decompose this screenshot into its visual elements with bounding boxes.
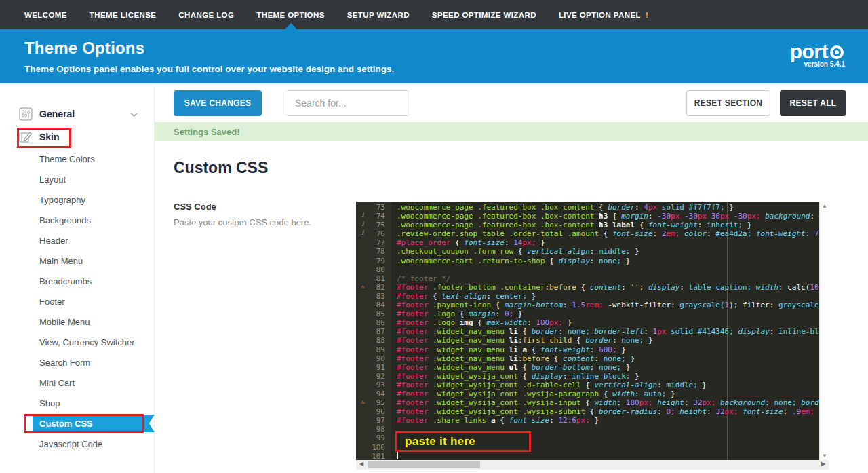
- sliders-icon: [19, 107, 34, 121]
- code-line-75: .woocommerce-page .featured-box .box-con…: [391, 221, 819, 229]
- nav-item-theme-license[interactable]: THEME LICENSE: [90, 0, 157, 29]
- sidebar-item-label: Footer: [39, 297, 65, 307]
- sidebar-item-theme-colors[interactable]: Theme Colors: [0, 149, 154, 169]
- sidebar: GeneralSkinTheme ColorsLayoutTypographyB…: [0, 83, 155, 473]
- sidebar-group-label: General: [39, 109, 75, 119]
- line-number: 86: [376, 318, 385, 327]
- gutter-line-90: 90: [356, 354, 391, 363]
- horizontal-scroll-thumb[interactable]: [368, 461, 480, 468]
- sidebar-item-shop[interactable]: Shop: [0, 393, 154, 413]
- toolbar-right-group: RESET SECTION RESET ALL: [686, 90, 846, 116]
- editor-gutter: 73i74i75i767778798081⚠828384858687888990…: [356, 202, 391, 460]
- line-number: 95: [376, 398, 385, 407]
- nav-item-setup-wizard[interactable]: SETUP WIZARD: [347, 0, 410, 29]
- gutter-line-76: i76: [356, 229, 391, 238]
- gutter-line-83: 83: [356, 292, 391, 301]
- sidebar-item-main-menu[interactable]: Main Menu: [0, 250, 154, 271]
- sidebar-item-typography[interactable]: Typography: [0, 189, 154, 210]
- line-number: 83: [376, 292, 385, 301]
- editor-vertical-scrollbar[interactable]: ▲ ▼: [819, 202, 829, 460]
- panel-header: Theme Options Theme Options panel enable…: [0, 29, 868, 83]
- sidebar-item-javascript-code[interactable]: Javascript Code: [0, 434, 154, 454]
- sidebar-item-header[interactable]: Header: [0, 230, 154, 250]
- gutter-line-73: 73: [356, 203, 391, 212]
- gutter-line-99: 99: [356, 434, 391, 442]
- sidebar-item-layout[interactable]: Layout: [0, 169, 154, 189]
- sidebar-item-label: View, Currency Switcher: [39, 337, 135, 347]
- nav-item-welcome[interactable]: WELCOME: [24, 0, 67, 29]
- nav-item-theme-options[interactable]: THEME OPTIONS: [256, 0, 324, 29]
- gutter-line-94: 94: [356, 390, 391, 398]
- gutter-line-93: 93: [356, 381, 391, 390]
- info-icon: i: [358, 212, 368, 219]
- nav-item-live-option-panel[interactable]: LIVE OPTION PANEL!: [559, 0, 648, 29]
- brush-icon: [19, 130, 34, 144]
- porto-logo-text: port: [790, 40, 845, 63]
- nav-item-change-log[interactable]: CHANGE LOG: [178, 0, 234, 29]
- settings-saved-notice: Settings Saved!: [155, 122, 868, 141]
- code-line-78: .checkout_coupon .form-row { vertical-al…: [391, 247, 819, 256]
- sidebar-item-label: Breadcrumbs: [39, 276, 92, 286]
- code-line-80: [391, 265, 819, 274]
- warning-icon: ⚠: [358, 283, 368, 290]
- code-line-73: .woocommerce-page .featured-box .box-con…: [391, 203, 819, 212]
- line-number: 101: [372, 452, 385, 461]
- gutter-line-92: 92: [356, 372, 391, 381]
- info-icon: i: [358, 229, 368, 236]
- sidebar-item-backgrounds[interactable]: Backgrounds: [0, 210, 154, 230]
- theme-options-page: WELCOMETHEME LICENSECHANGE LOGTHEME OPTI…: [0, 0, 868, 473]
- search-input[interactable]: [285, 90, 410, 116]
- gutter-line-89: 89: [356, 345, 391, 354]
- scroll-right-arrow-icon[interactable]: ▶: [818, 461, 828, 467]
- code-line-81: /* footer */: [391, 274, 819, 283]
- sidebar-item-search-form[interactable]: Search Form: [0, 352, 154, 373]
- code-line-85: #footer .logo { margin: 0; }: [391, 309, 819, 318]
- reset-section-button[interactable]: RESET SECTION: [686, 90, 770, 116]
- sidebar-item-custom-css[interactable]: Custom CSS: [33, 415, 142, 432]
- line-number: 79: [376, 257, 385, 265]
- sidebar-item-label: Mini Cart: [39, 378, 75, 388]
- gutter-line-91: 91: [356, 363, 391, 372]
- line-number: 82: [376, 283, 385, 292]
- sidebar-item-view-currency-switcher[interactable]: View, Currency Switcher: [0, 332, 154, 352]
- line-number: 90: [376, 354, 385, 363]
- logo-word-part: port: [790, 40, 828, 63]
- nav-item-label: WELCOME: [24, 11, 67, 19]
- gutter-line-95: ⚠95: [356, 398, 391, 407]
- sidebar-item-footer[interactable]: Footer: [0, 291, 154, 311]
- scroll-down-arrow-icon[interactable]: ▼: [820, 453, 829, 459]
- code-line-86: #footer .logo img { max-width: 100px; }: [391, 318, 819, 327]
- editor-horizontal-scrollbar[interactable]: ◀ ▶: [356, 460, 829, 470]
- sidebar-item-label: Shop: [39, 398, 60, 409]
- css-code-editor[interactable]: 73i74i75i767778798081⚠828384858687888990…: [356, 202, 829, 470]
- warning-icon: ⚠: [358, 398, 368, 405]
- code-line-92: #footer .widget_wysija_cont { display: i…: [391, 372, 819, 381]
- gutter-line-101: 101: [356, 452, 391, 461]
- sidebar-group-general[interactable]: General: [0, 102, 154, 126]
- scroll-left-arrow-icon[interactable]: ◀: [357, 461, 366, 467]
- sidebar-group-skin[interactable]: Skin: [0, 126, 154, 149]
- code-line-74: .woocommerce-page .featured-box .box-con…: [391, 212, 819, 221]
- editor-code-area[interactable]: .woocommerce-page .featured-box .box-con…: [391, 202, 819, 460]
- line-number: 75: [376, 221, 385, 229]
- sidebar-item-label: Mobile Menu: [39, 317, 90, 327]
- sidebar-item-mini-cart[interactable]: Mini Cart: [0, 373, 154, 393]
- line-number: 98: [376, 425, 385, 434]
- sidebar-item-mobile-menu[interactable]: Mobile Menu: [0, 311, 154, 332]
- sidebar-item-label: Layout: [39, 174, 66, 185]
- reset-all-button[interactable]: RESET ALL: [780, 90, 846, 116]
- gutter-line-74: i74: [356, 212, 391, 221]
- line-number: 96: [376, 407, 385, 416]
- chevron-down-icon[interactable]: [130, 109, 138, 119]
- field-description: Paste your custom CSS code here.: [174, 217, 356, 227]
- scroll-up-arrow-icon[interactable]: ▲: [820, 203, 829, 209]
- line-number: 93: [376, 381, 385, 390]
- sidebar-item-label: Search Form: [39, 358, 90, 368]
- sidebar-item-breadcrumbs[interactable]: Breadcrumbs: [0, 271, 154, 291]
- save-changes-button[interactable]: SAVE CHANGES: [174, 90, 262, 116]
- line-number: 100: [372, 443, 385, 452]
- nav-item-speed-optimize-wizard[interactable]: SPEED OPTIMIZE WIZARD: [432, 0, 536, 29]
- section-title: Custom CSS: [174, 159, 868, 177]
- field-label: CSS Code: [174, 202, 356, 212]
- line-number: 87: [376, 327, 385, 336]
